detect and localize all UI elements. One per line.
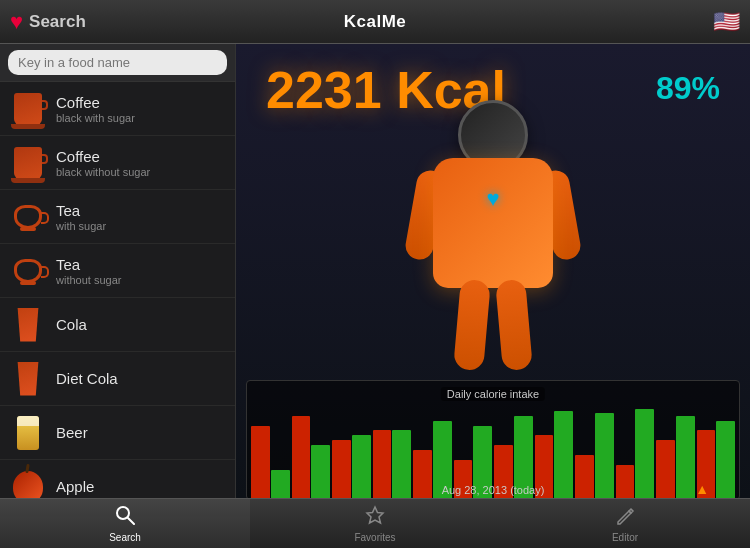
food-desc: without sugar xyxy=(56,274,121,286)
food-icon-coffee xyxy=(10,91,46,127)
bar-group xyxy=(292,401,331,498)
figure-area: ♥ xyxy=(236,100,750,380)
stick-figure: ♥ xyxy=(403,100,583,380)
bar-red xyxy=(656,440,675,498)
pencil-tab-icon xyxy=(615,505,635,530)
top-bar-left: ♥ Search xyxy=(10,9,246,35)
heart-on-figure: ♥ xyxy=(486,186,499,212)
list-item[interactable]: Diet Cola xyxy=(0,352,235,406)
food-name: Beer xyxy=(56,424,88,441)
tab-favorites-label: Favorites xyxy=(354,532,395,543)
bar-group xyxy=(332,401,371,498)
bar-green xyxy=(595,413,614,498)
bar-red xyxy=(373,430,392,498)
food-item-text: Tea without sugar xyxy=(56,256,121,286)
heart-icon: ♥ xyxy=(10,9,23,35)
right-main: 2231 Kcal 89% ♥ Daily calorie int xyxy=(236,44,750,498)
search-title: Search xyxy=(29,12,86,32)
app-title: KcalMe xyxy=(246,12,504,32)
bar-green xyxy=(554,411,573,498)
bar-green xyxy=(635,409,654,498)
bar-group xyxy=(616,401,655,498)
star-tab-icon xyxy=(365,505,385,530)
food-item-text: Apple xyxy=(56,478,94,496)
figure-leg-left xyxy=(453,279,491,371)
tab-bar: Search Favorites Editor xyxy=(0,498,750,548)
main-content: Coffee black with sugar Coffee black wit… xyxy=(0,44,750,498)
bar-green xyxy=(311,445,330,498)
tab-search-label: Search xyxy=(109,532,141,543)
svg-point-1 xyxy=(117,507,129,519)
food-name: Tea xyxy=(56,256,121,273)
food-icon-coffee2 xyxy=(10,145,46,181)
list-item[interactable]: Coffee black with sugar xyxy=(0,82,235,136)
food-icon-cola xyxy=(10,307,46,343)
food-icon-dietcola xyxy=(10,361,46,397)
search-tab-icon xyxy=(115,505,135,530)
food-desc: with sugar xyxy=(56,220,106,232)
bar-red xyxy=(251,426,270,499)
figure-leg-right xyxy=(495,279,533,371)
food-item-text: Diet Cola xyxy=(56,370,118,388)
chart-date: Aug 28, 2013 (today) xyxy=(442,484,545,496)
search-input[interactable] xyxy=(8,50,227,75)
food-icon-apple xyxy=(10,469,46,499)
tab-editor[interactable]: Editor xyxy=(500,499,750,548)
food-name: Diet Cola xyxy=(56,370,118,387)
list-item[interactable]: Cola xyxy=(0,298,235,352)
food-item-text: Tea with sugar xyxy=(56,202,106,232)
bar-group xyxy=(251,401,290,498)
bar-green xyxy=(271,470,290,498)
tab-favorites[interactable]: Favorites xyxy=(250,499,500,548)
bar-group xyxy=(575,401,614,498)
svg-marker-3 xyxy=(367,507,383,523)
svg-line-2 xyxy=(128,518,134,524)
food-list: Coffee black with sugar Coffee black wit… xyxy=(0,82,235,498)
sidebar: Coffee black with sugar Coffee black wit… xyxy=(0,44,236,498)
food-desc: black with sugar xyxy=(56,112,135,124)
list-item[interactable]: Apple xyxy=(0,460,235,498)
chart-arrow-icon: ▲ xyxy=(695,481,709,497)
bar-red xyxy=(332,440,351,498)
bar-group xyxy=(656,401,695,498)
top-bar: ♥ Search KcalMe 🇺🇸 xyxy=(0,0,750,44)
bar-green xyxy=(392,430,411,498)
bar-green xyxy=(352,435,371,498)
search-box[interactable] xyxy=(0,44,235,82)
chart-label: Daily calorie intake xyxy=(441,387,545,401)
chart-area: Daily calorie intake xyxy=(246,380,740,498)
food-name: Apple xyxy=(56,478,94,495)
list-item[interactable]: Tea without sugar xyxy=(0,244,235,298)
food-item-text: Coffee black without sugar xyxy=(56,148,150,178)
figure-body: ♥ xyxy=(433,158,553,288)
bar-red xyxy=(292,416,311,498)
bar-green xyxy=(716,421,735,498)
food-name: Cola xyxy=(56,316,87,333)
bar-red xyxy=(575,455,594,498)
bar-green xyxy=(676,416,695,498)
list-item[interactable]: Beer xyxy=(0,406,235,460)
food-item-text: Cola xyxy=(56,316,87,334)
bar-red xyxy=(413,450,432,498)
tab-search[interactable]: Search xyxy=(0,499,250,548)
food-name: Coffee xyxy=(56,94,135,111)
food-icon-beer xyxy=(10,415,46,451)
food-desc: black without sugar xyxy=(56,166,150,178)
food-item-text: Beer xyxy=(56,424,88,442)
list-item[interactable]: Coffee black without sugar xyxy=(0,136,235,190)
food-item-text: Coffee black with sugar xyxy=(56,94,135,124)
bar-group xyxy=(373,401,412,498)
food-name: Tea xyxy=(56,202,106,219)
list-item[interactable]: Tea with sugar xyxy=(0,190,235,244)
flag-icon: 🇺🇸 xyxy=(713,9,740,35)
food-name: Coffee xyxy=(56,148,150,165)
top-bar-right: 🇺🇸 xyxy=(504,9,740,35)
food-icon-tea2 xyxy=(10,253,46,289)
bar-red xyxy=(616,465,635,498)
food-icon-tea xyxy=(10,199,46,235)
tab-editor-label: Editor xyxy=(612,532,638,543)
